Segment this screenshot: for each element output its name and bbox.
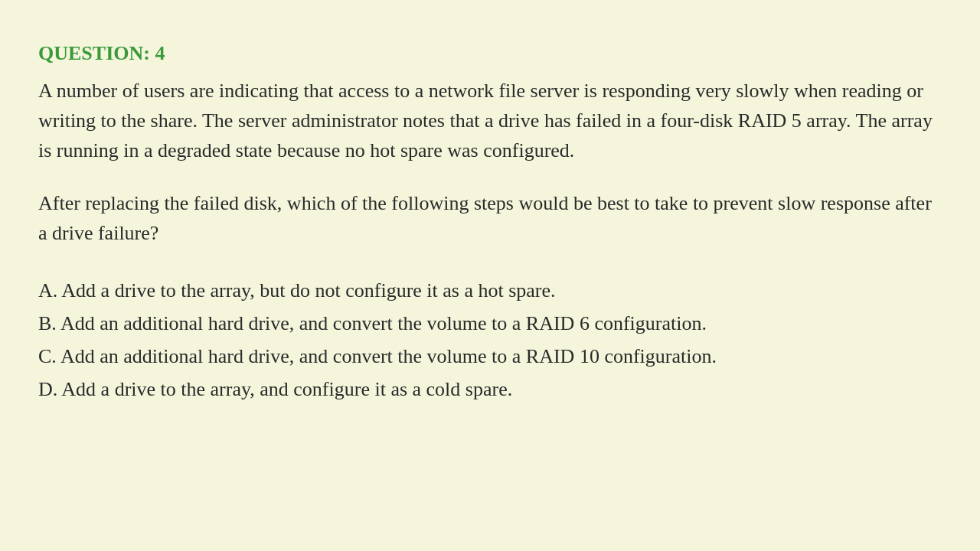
question-body: A number of users are indicating that ac… xyxy=(38,76,942,406)
question-number: 4 xyxy=(155,42,165,64)
question-paragraph-1: A number of users are indicating that ac… xyxy=(38,76,942,165)
answer-options: A. Add a drive to the array, but do not … xyxy=(38,275,942,406)
answer-option-a: A. Add a drive to the array, but do not … xyxy=(38,275,942,308)
question-label: QUESTION: xyxy=(38,42,150,64)
question-prompt: After replacing the failed disk, which o… xyxy=(38,188,942,248)
question-header: QUESTION: 4 xyxy=(38,42,942,65)
page-container: QUESTION: 4 A number of users are indica… xyxy=(0,0,980,551)
answer-option-b: B. Add an additional hard drive, and con… xyxy=(38,308,942,341)
answer-option-c: C. Add an additional hard drive, and con… xyxy=(38,341,942,373)
answer-option-d: D. Add a drive to the array, and configu… xyxy=(38,373,942,406)
